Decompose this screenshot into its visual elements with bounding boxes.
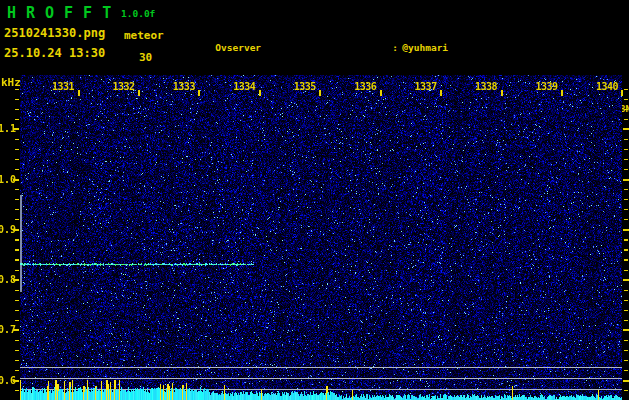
x-tick-label: 1332 bbox=[106, 81, 140, 92]
y-tick-label: 0.9 bbox=[0, 224, 14, 235]
x-axis-tick bbox=[440, 90, 442, 96]
y-axis-minor-tick-right bbox=[624, 189, 628, 190]
y-axis-minor-tick-left bbox=[15, 149, 19, 150]
y-axis-minor-tick-right bbox=[624, 340, 628, 341]
y-tick-label: 0.8 bbox=[0, 274, 14, 285]
observer-value: @yuhmari bbox=[402, 42, 448, 53]
y-axis-minor-tick-right bbox=[624, 390, 628, 391]
y-tick-label: 0.6 bbox=[0, 375, 14, 386]
x-tick-label: 1340 bbox=[590, 81, 624, 92]
x-tick-label: 1333 bbox=[167, 81, 201, 92]
y-axis-minor-tick-right bbox=[624, 249, 628, 250]
y-axis-minor-tick-left bbox=[15, 390, 19, 391]
y-axis-minor-tick-right bbox=[624, 310, 628, 311]
hrofft-screen: HROFFT 1.0.0f 2510241330.png meteor 25.1… bbox=[0, 0, 629, 400]
y-axis-minor-tick-left bbox=[15, 169, 19, 170]
x-tick-label: 1338 bbox=[469, 81, 503, 92]
y-axis-minor-tick-right bbox=[624, 370, 628, 371]
y-axis-minor-tick-left bbox=[15, 249, 19, 250]
x-axis-tick bbox=[319, 90, 321, 96]
x-axis-tick bbox=[561, 90, 563, 96]
y-axis-minor-tick-left bbox=[15, 199, 19, 200]
y-axis-minor-tick-left bbox=[15, 119, 19, 120]
app-version-label: 1.0.0f bbox=[121, 8, 155, 19]
y-axis-minor-tick-right bbox=[624, 239, 628, 240]
x-tick-label: 1337 bbox=[409, 81, 443, 92]
y-axis-minor-tick-right bbox=[624, 300, 628, 301]
y-axis-minor-tick-left bbox=[15, 99, 19, 100]
y-axis-minor-tick-left bbox=[15, 139, 19, 140]
y-tick-label: 0.7 bbox=[0, 324, 14, 335]
y-axis-minor-tick-left bbox=[15, 219, 19, 220]
observation-datetime-label: 25.10.24 13:30 bbox=[4, 46, 105, 60]
x-axis-tick bbox=[138, 90, 140, 96]
x-axis-tick bbox=[259, 90, 261, 96]
y-axis-minor-tick-left bbox=[15, 259, 19, 260]
y-tick-label: 1.0 bbox=[0, 174, 14, 185]
y-axis-minor-tick-right bbox=[624, 169, 628, 170]
y-axis-minor-tick-left bbox=[15, 350, 19, 351]
y-axis-minor-tick-right bbox=[624, 119, 628, 120]
y-axis-minor-tick-right bbox=[624, 89, 628, 90]
y-axis-minor-tick-right bbox=[624, 270, 628, 271]
y-axis-minor-tick-right bbox=[624, 109, 628, 110]
y-axis-unit-label: kHz bbox=[1, 76, 21, 89]
app-title: HROFFT bbox=[7, 4, 121, 22]
x-tick-label: 1339 bbox=[530, 81, 564, 92]
y-axis-major-tick-right bbox=[623, 179, 629, 181]
y-axis-minor-tick-left bbox=[15, 109, 19, 110]
separator: : bbox=[392, 42, 402, 54]
y-axis-minor-tick-left bbox=[15, 159, 19, 160]
y-axis-minor-tick-right bbox=[624, 149, 628, 150]
observation-memo-label: meteor bbox=[124, 29, 164, 42]
x-axis-tick bbox=[78, 90, 80, 96]
x-tick-label: 1335 bbox=[288, 81, 322, 92]
y-axis-minor-tick-right bbox=[624, 99, 628, 100]
observation-count-label: 30 bbox=[139, 51, 152, 64]
y-axis-minor-tick-right bbox=[624, 209, 628, 210]
y-axis-minor-tick-right bbox=[624, 159, 628, 160]
y-axis-minor-tick-left bbox=[15, 320, 19, 321]
y-axis-minor-tick-left bbox=[15, 209, 19, 210]
output-filename-label: 2510241330.png bbox=[4, 26, 105, 40]
y-axis-minor-tick-left bbox=[15, 300, 19, 301]
y-axis-minor-tick-left bbox=[15, 360, 19, 361]
y-axis-minor-tick-right bbox=[624, 139, 628, 140]
x-tick-label: 1331 bbox=[46, 81, 80, 92]
y-axis-minor-tick-left bbox=[15, 239, 19, 240]
y-tick-label: 1.1 bbox=[0, 123, 14, 134]
x-axis-tick bbox=[621, 90, 623, 96]
y-axis-minor-tick-left bbox=[15, 270, 19, 271]
y-axis-minor-tick-right bbox=[624, 290, 628, 291]
y-axis-major-tick-right bbox=[623, 128, 629, 130]
x-axis-tick bbox=[198, 90, 200, 96]
y-axis-minor-tick-left bbox=[15, 189, 19, 190]
y-axis-minor-tick-left bbox=[15, 340, 19, 341]
x-tick-label: 1336 bbox=[348, 81, 382, 92]
y-axis-minor-tick-left bbox=[15, 89, 19, 90]
y-axis-minor-tick-right bbox=[624, 219, 628, 220]
x-axis-tick bbox=[501, 90, 503, 96]
y-axis-major-tick-right bbox=[623, 380, 629, 382]
y-axis-minor-tick-right bbox=[624, 360, 628, 361]
y-axis-major-tick-right bbox=[623, 329, 629, 331]
x-tick-label: 1334 bbox=[227, 81, 261, 92]
observer-label: Ovserver bbox=[215, 42, 392, 54]
y-axis-minor-tick-right bbox=[624, 259, 628, 260]
y-axis-major-tick-right bbox=[623, 229, 629, 231]
x-axis-tick bbox=[380, 90, 382, 96]
y-axis-minor-tick-left bbox=[15, 370, 19, 371]
y-axis-minor-tick-right bbox=[624, 320, 628, 321]
y-axis-minor-tick-right bbox=[624, 199, 628, 200]
y-axis-minor-tick-left bbox=[15, 310, 19, 311]
y-axis-major-tick-right bbox=[623, 279, 629, 281]
observer-row: Ovserver:@yuhmari bbox=[181, 30, 629, 67]
spectrogram-canvas bbox=[20, 75, 622, 400]
y-axis-minor-tick-left bbox=[15, 290, 19, 291]
y-axis-minor-tick-right bbox=[624, 350, 628, 351]
